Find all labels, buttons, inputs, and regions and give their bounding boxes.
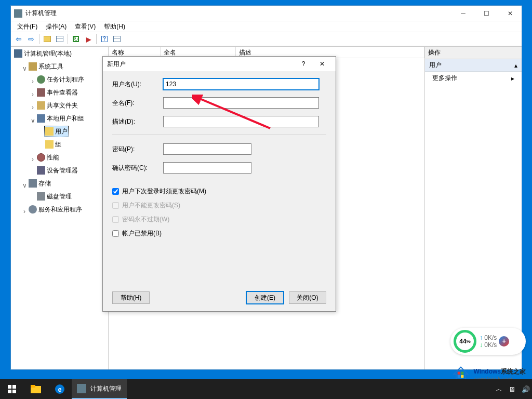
- svg-rect-2: [461, 372, 463, 375]
- toolbar: ⇦ ⇨ ↻ ▶ ?: [11, 32, 522, 46]
- tree-services[interactable]: 服务和应用程序: [28, 204, 83, 215]
- account-disabled-checkbox[interactable]: [112, 230, 119, 237]
- toggle-icon[interactable]: ›: [30, 102, 36, 113]
- back-button[interactable]: ⇦: [13, 33, 24, 45]
- username-input[interactable]: [163, 78, 319, 90]
- description-label: 描述(D):: [112, 117, 163, 126]
- plus-badge-icon[interactable]: +: [499, 336, 509, 347]
- svg-rect-5: [8, 385, 11, 389]
- tree-storage[interactable]: 存储: [28, 178, 52, 189]
- speed-percent-ring: 44%: [454, 330, 476, 353]
- maximize-button[interactable]: ☐: [475, 6, 498, 21]
- tree-local-users[interactable]: 本地用户和组: [36, 113, 85, 124]
- export-button[interactable]: ▶: [83, 33, 94, 45]
- fullname-label: 全名(F):: [112, 99, 163, 108]
- actions-section-users[interactable]: 用户▴: [425, 59, 522, 72]
- must-change-password-checkbox[interactable]: [112, 188, 119, 195]
- toggle-icon[interactable]: ∨: [30, 115, 36, 126]
- tree-event-viewer[interactable]: 事件查看器: [36, 87, 79, 98]
- toggle-icon[interactable]: ›: [30, 76, 36, 87]
- tree-performance[interactable]: 性能: [36, 152, 60, 163]
- confirm-password-label: 确认密码(C):: [112, 164, 163, 172]
- toggle-icon[interactable]: ∨: [21, 63, 28, 74]
- svg-text:e: e: [58, 386, 62, 393]
- new-user-dialog: 新用户 ? ✕ 用户名(U): 全名(F): 描述(D): 密码(P): 确认密…: [102, 56, 336, 312]
- create-button[interactable]: 创建(E): [246, 291, 284, 304]
- actions-more[interactable]: 更多操作▸: [425, 72, 522, 85]
- dialog-titlebar: 新用户 ? ✕: [103, 57, 336, 71]
- actions-pane: 操作 用户▴ 更多操作▸: [425, 47, 522, 369]
- window-title: 计算机管理: [25, 9, 451, 18]
- tree-users[interactable]: 用户: [44, 126, 69, 137]
- taskbar-file-explorer[interactable]: [24, 379, 48, 399]
- svg-rect-7: [8, 390, 11, 393]
- svg-rect-1: [458, 372, 460, 375]
- menu-file[interactable]: 文件(F): [14, 21, 41, 32]
- username-label: 用户名(U):: [112, 80, 163, 89]
- refresh-button[interactable]: ↻: [70, 33, 82, 45]
- svg-rect-10: [31, 385, 35, 388]
- app-icon: [77, 384, 86, 393]
- forward-button[interactable]: ⇨: [25, 33, 37, 45]
- speed-stats: ↑ 0K/s ↓ 0K/s: [480, 334, 497, 349]
- dialog-close-button[interactable]: ✕: [313, 58, 331, 70]
- actions-header: 操作: [425, 47, 522, 59]
- edge-icon: e: [55, 384, 65, 394]
- tree-task-scheduler[interactable]: 任务计划程序: [36, 74, 85, 85]
- taskbar-active-app[interactable]: 计算机管理: [72, 379, 127, 399]
- properties-button[interactable]: [54, 33, 65, 45]
- start-button[interactable]: [0, 379, 24, 399]
- cannot-change-password-label: 用户不能更改密码(S): [122, 201, 180, 210]
- tray-chevron-icon[interactable]: ︿: [496, 384, 502, 394]
- svg-rect-6: [12, 385, 16, 389]
- toggle-icon[interactable]: ›: [21, 206, 28, 217]
- svg-rect-8: [12, 390, 16, 393]
- system-tray: ︿ 🖥 🔊: [496, 384, 532, 394]
- dialog-title: 新用户: [107, 60, 294, 69]
- tree-pane[interactable]: 计算机管理(本地) ∨系统工具 ›任务计划程序 ›事件查看器 ›共享文件夹 ∨本…: [11, 47, 109, 369]
- never-expire-checkbox: [112, 216, 119, 223]
- password-input[interactable]: [163, 143, 251, 155]
- tray-network-icon[interactable]: 🖥: [509, 385, 515, 393]
- collapse-icon: ▴: [514, 62, 517, 69]
- windows-icon: [8, 385, 16, 393]
- menu-action[interactable]: 操作(A): [43, 21, 70, 32]
- toggle-icon[interactable]: ∨: [21, 180, 28, 191]
- dialog-help-button[interactable]: ?: [294, 58, 313, 70]
- password-label: 密码(P):: [112, 145, 163, 154]
- svg-rect-3: [458, 375, 460, 378]
- tree-device-manager[interactable]: 设备管理器: [36, 165, 79, 176]
- svg-rect-4: [461, 375, 463, 378]
- close-button[interactable]: ✕: [498, 6, 522, 21]
- description-input[interactable]: [163, 116, 319, 127]
- app-icon: [14, 9, 22, 18]
- folder-icon: [31, 385, 41, 393]
- speed-widget[interactable]: 44% ↑ 0K/s ↓ 0K/s +: [450, 328, 526, 355]
- taskbar-edge[interactable]: e: [48, 379, 72, 399]
- account-disabled-label: 帐户已禁用(B): [122, 229, 162, 238]
- tree-groups[interactable]: 组: [44, 139, 62, 150]
- toggle-icon[interactable]: ›: [30, 89, 36, 100]
- close-button2[interactable]: 关闭(O): [289, 291, 326, 304]
- toggle-icon[interactable]: ›: [30, 154, 36, 165]
- tree-disk-management[interactable]: 磁盘管理: [36, 191, 73, 202]
- menu-help[interactable]: 帮助(H): [101, 21, 128, 32]
- tree-system-tools[interactable]: 系统工具: [28, 61, 64, 72]
- minimize-button[interactable]: ─: [451, 6, 475, 21]
- cannot-change-password-checkbox: [112, 202, 119, 209]
- tray-volume-icon[interactable]: 🔊: [522, 385, 530, 393]
- view-button[interactable]: [111, 33, 123, 45]
- tree-shared-folders[interactable]: 共享文件夹: [36, 100, 79, 111]
- titlebar: 计算机管理 ─ ☐ ✕: [11, 6, 522, 21]
- menu-view[interactable]: 查看(V): [72, 21, 99, 32]
- up-button[interactable]: [42, 33, 53, 45]
- fullname-input[interactable]: [163, 97, 319, 109]
- confirm-password-input[interactable]: [163, 162, 251, 174]
- chevron-right-icon: ▸: [511, 75, 514, 82]
- never-expire-label: 密码永不过期(W): [122, 215, 169, 224]
- tree-root[interactable]: 计算机管理(本地): [13, 48, 73, 59]
- menubar: 文件(F) 操作(A) 查看(V) 帮助(H): [11, 21, 522, 32]
- taskbar: e 计算机管理 ︿ 🖥 🔊: [0, 379, 532, 399]
- dialog-help-button2[interactable]: 帮助(H): [112, 291, 150, 304]
- help-button[interactable]: ?: [99, 33, 110, 45]
